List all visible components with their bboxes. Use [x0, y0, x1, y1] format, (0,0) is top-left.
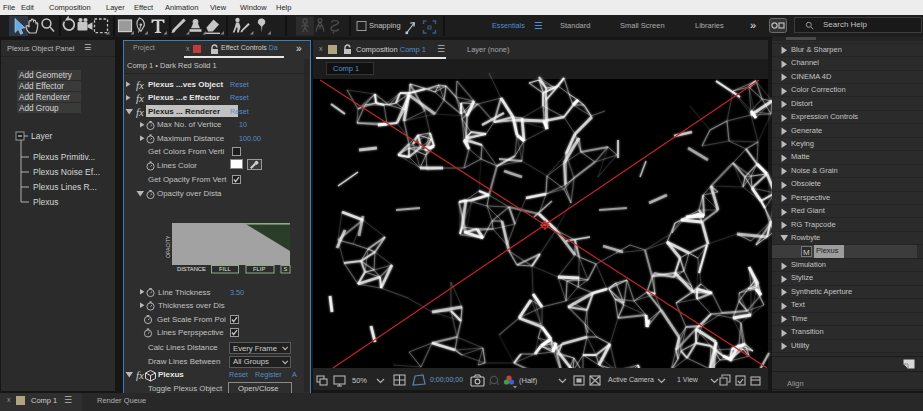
svg-text:FLIP: FLIP	[253, 266, 265, 272]
svg-text:OPACITY: OPACITY	[165, 235, 171, 258]
svg-text:FILL: FILL	[219, 266, 231, 272]
svg-text:DISTANCE: DISTANCE	[177, 266, 206, 272]
svg-text:S: S	[284, 266, 288, 272]
svg-text:fx: fx	[136, 369, 144, 381]
svg-text:fx: fx	[136, 92, 144, 104]
svg-text:fx: fx	[136, 106, 144, 118]
svg-text:fx: fx	[136, 79, 144, 91]
svg-text:M: M	[803, 247, 810, 256]
